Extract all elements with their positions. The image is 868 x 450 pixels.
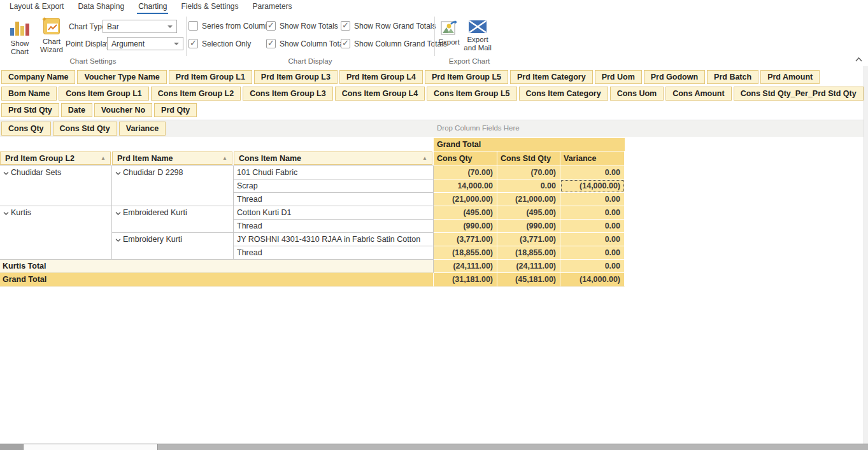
row-leaf-cell[interactable]: 101 Chudi Fabric <box>234 166 434 179</box>
value-cell[interactable]: 0.00 <box>560 206 625 220</box>
subtotal-value-cell[interactable]: 0.00 <box>560 260 625 273</box>
ribbon-collapse-button[interactable] <box>853 55 864 64</box>
checkbox-selection-only[interactable]: Selection Only <box>189 39 251 48</box>
value-cell[interactable]: 0.00 <box>497 179 560 193</box>
checkbox[interactable] <box>266 39 276 48</box>
field-chip[interactable]: Prd Item Group L1 <box>169 70 252 84</box>
row-leaf-cell[interactable]: Thread <box>234 193 434 206</box>
field-chip[interactable]: Company Name <box>1 70 75 84</box>
row-leaf-cell[interactable]: JY ROSHNI 4301-4310 RJAA in Fabric Satin… <box>234 233 434 246</box>
checkbox-show-column-grand-totals[interactable]: Show Column Grand Totals <box>341 39 447 48</box>
field-chip[interactable]: Prd Qty <box>154 103 197 117</box>
checkbox-series-from-columns[interactable]: Series from Columns <box>189 21 273 31</box>
value-cell[interactable]: 0.00 <box>560 166 625 179</box>
subtotal-value-cell[interactable]: (24,111.00) <box>434 260 497 273</box>
row-field-prd-item-group-l2[interactable]: Prd Item Group L2 ▲ <box>0 151 111 165</box>
value-cell[interactable]: (21,000.00) <box>434 193 497 206</box>
checkbox[interactable] <box>341 39 350 48</box>
row-leaf-cell[interactable]: Scrap <box>234 179 434 193</box>
value-column-header[interactable]: Cons Qty <box>434 151 497 166</box>
tab-parameters[interactable]: Parameters <box>252 0 294 14</box>
field-chip[interactable]: Cons Item Group L2 <box>151 87 241 101</box>
row-leaf-cell[interactable]: Thread <box>234 220 434 233</box>
value-cell[interactable]: (990.00) <box>497 220 560 233</box>
field-chip[interactable]: Prd Batch <box>707 70 758 84</box>
value-cell[interactable]: 0.00 <box>560 233 625 246</box>
field-chip[interactable]: Cons Std Qty <box>53 122 117 136</box>
show-chart-button[interactable]: Show Chart <box>3 19 37 56</box>
field-chip[interactable]: Prd Uom <box>595 70 642 84</box>
column-grand-total-header[interactable]: Grand Total <box>434 138 625 151</box>
value-cell[interactable]: (495.00) <box>434 206 497 220</box>
field-chip[interactable]: Cons Uom <box>610 87 664 101</box>
row-field-prd-item-name[interactable]: Prd Item Name ▲ <box>112 151 232 165</box>
value-cell[interactable]: (18,855.00) <box>497 246 560 260</box>
checkbox[interactable] <box>189 21 198 31</box>
horizontal-scrollbar[interactable] <box>0 444 868 450</box>
point-display-dropdown[interactable]: Argument <box>107 37 183 50</box>
value-cell[interactable]: (70.00) <box>497 166 560 179</box>
field-chip[interactable]: Variance <box>119 122 166 136</box>
field-chip[interactable]: Bom Name <box>1 87 57 101</box>
row-group-cell[interactable]: Chudidar Sets <box>0 166 112 206</box>
field-chip[interactable]: Cons Item Group L3 <box>243 87 332 101</box>
value-column-header[interactable]: Variance <box>560 151 625 166</box>
value-cell[interactable]: (18,855.00) <box>434 246 497 260</box>
row-group-cell[interactable]: Embroidery Kurti <box>112 233 234 260</box>
tab-fields-settings[interactable]: Fields & Settings <box>180 0 239 14</box>
row-leaf-cell[interactable]: Thread <box>234 246 434 260</box>
field-chip[interactable]: Cons Item Category <box>519 87 608 101</box>
field-chip[interactable]: Cons Item Group L4 <box>335 87 425 101</box>
checkbox[interactable] <box>341 21 350 31</box>
field-chip[interactable]: Prd Std Qty <box>1 103 59 117</box>
checkbox-show-row-totals[interactable]: Show Row Totals <box>266 21 338 31</box>
row-group-cell[interactable]: Embroidered Kurti <box>112 206 234 233</box>
field-chip[interactable]: Cons Qty <box>1 122 51 136</box>
field-chip[interactable]: Cons Item Group L5 <box>427 87 516 101</box>
scrollbar-thumb[interactable] <box>23 444 158 450</box>
tab-layout-export[interactable]: Layout & Export <box>8 0 65 14</box>
field-chip[interactable]: Prd Godown <box>644 70 705 84</box>
field-chip[interactable]: Cons Amount <box>665 87 731 101</box>
tab-charting[interactable]: Charting <box>137 0 168 14</box>
grand-total-value-cell[interactable]: (14,000.00) <box>560 273 625 286</box>
field-chip[interactable]: Voucher Type Name <box>77 70 166 84</box>
field-chip[interactable]: Prd Item Group L5 <box>425 70 508 84</box>
chart-wizard-button[interactable]: ✦ Chart Wizard <box>38 18 65 54</box>
value-cell-selected[interactable]: (14,000.00) <box>560 179 625 193</box>
value-cell[interactable]: 0.00 <box>560 246 625 260</box>
value-cell[interactable]: (21,000.00) <box>497 193 560 206</box>
row-group-cell[interactable]: Chudidar D 2298 <box>112 166 234 206</box>
row-group-cell[interactable]: Kurtis <box>0 206 112 260</box>
export-button[interactable]: Export <box>437 19 461 46</box>
field-chip[interactable]: Date <box>61 103 92 117</box>
value-cell[interactable]: (3,771.00) <box>497 233 560 246</box>
grand-total-value-cell[interactable]: (45,181.00) <box>497 273 560 286</box>
grand-total-value-cell[interactable]: (31,181.00) <box>434 273 497 286</box>
value-cell[interactable]: (990.00) <box>434 220 497 233</box>
field-chip[interactable]: Cons Item Group L1 <box>59 87 148 101</box>
subtotal-value-cell[interactable]: (24,111.00) <box>497 260 560 273</box>
value-cell[interactable]: (70.00) <box>434 166 497 179</box>
field-chip[interactable]: Cons Std Qty_Per_Prd Std Qty <box>734 87 864 101</box>
checkbox[interactable] <box>189 39 198 48</box>
checkbox[interactable] <box>266 21 276 31</box>
row-leaf-cell[interactable]: Cotton Kurti D1 <box>234 206 434 220</box>
tab-data-shaping[interactable]: Data Shaping <box>76 0 125 14</box>
export-and-mail-button[interactable]: Export and Mail <box>463 20 492 52</box>
value-column-header[interactable]: Cons Std Qty <box>497 151 560 166</box>
value-cell[interactable]: 0.00 <box>560 193 625 206</box>
value-cell[interactable]: (3,771.00) <box>434 233 497 246</box>
value-cell[interactable]: (495.00) <box>497 206 560 220</box>
field-chip[interactable]: Prd Item Group L3 <box>254 70 338 84</box>
field-chip[interactable]: Voucher No <box>94 103 152 117</box>
checkbox-show-column-totals[interactable]: Show Column Totals <box>266 39 349 48</box>
value-cell[interactable]: 0.00 <box>560 220 625 233</box>
field-chip[interactable]: Prd Item Group L4 <box>339 70 423 84</box>
field-chip[interactable]: Prd Item Category <box>510 70 593 84</box>
row-field-cons-item-name[interactable]: Cons Item Name ▲ <box>234 151 432 165</box>
chart-type-dropdown[interactable]: Bar <box>103 20 177 33</box>
field-chip[interactable]: Prd Amount <box>760 70 820 84</box>
value-cell[interactable]: 14,000.00 <box>434 179 497 193</box>
checkbox-show-row-grand-totals[interactable]: Show Row Grand Totals <box>341 21 436 31</box>
